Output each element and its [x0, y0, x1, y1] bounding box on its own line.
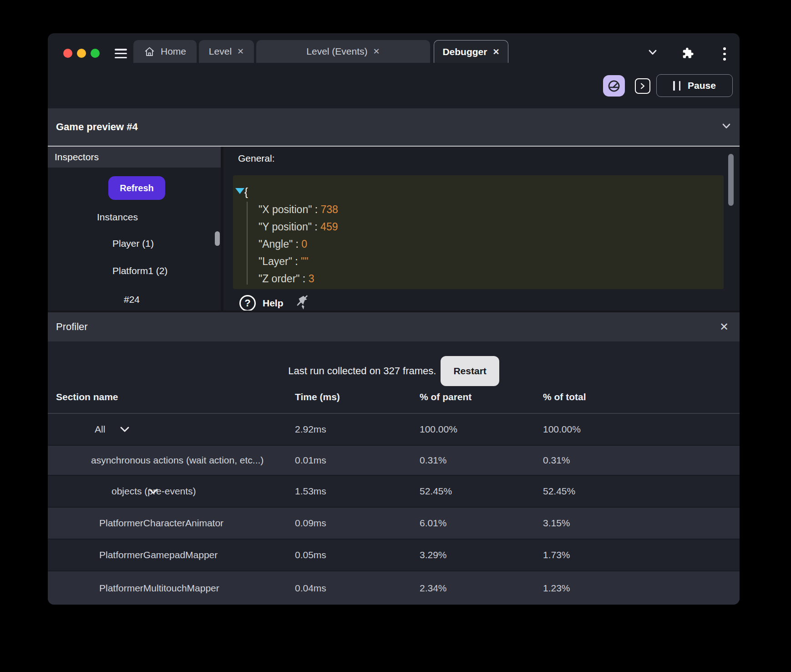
expand-chevron-icon[interactable] [85, 486, 158, 497]
profiler-table-header: Section name Time (ms) % of parent % of … [48, 387, 740, 407]
profiler-body: Last run collected on 327 frames. Restar… [48, 341, 740, 605]
row-time: 0.09ms [295, 518, 420, 529]
row-percent-parent: 0.31% [420, 455, 543, 466]
profiler-table: All2.92ms100.00%100.00%asynchronous acti… [48, 414, 740, 605]
game-preview-header[interactable]: Game preview #4 [48, 108, 740, 147]
tab-debugger[interactable]: Debugger✕ [434, 40, 508, 63]
profiler-header: Profiler ✕ [48, 312, 740, 341]
row-percent-total: 3.15% [543, 518, 740, 529]
profiler-row-objects-pre-events-[interactable]: objects (pre-events)1.53ms52.45%52.45% [48, 475, 740, 507]
profiler-row-platformergamepadmapper[interactable]: PlatformerGamepadMapper0.05ms3.29%1.73% [48, 539, 740, 570]
profiler-row-asynchronous-actions-wait-action-etc-[interactable]: asynchronous actions (wait action, etc..… [48, 445, 740, 475]
row-time: 1.53ms [295, 486, 420, 497]
console-button[interactable] [635, 78, 650, 94]
help-question-icon[interactable]: ? [239, 295, 256, 311]
profiler-close-icon[interactable]: ✕ [720, 321, 729, 333]
home-icon [144, 46, 155, 57]
chevron-down-icon[interactable] [647, 47, 659, 60]
tree-item--24[interactable]: #24 [124, 292, 140, 307]
row-time: 0.04ms [295, 583, 420, 594]
hamburger-menu-icon[interactable] [115, 49, 127, 58]
row-percent-total: 100.00% [543, 424, 740, 435]
pause-label: Pause [688, 80, 716, 91]
row-percent-total: 1.73% [543, 550, 740, 560]
tab-label: Level (Events) [306, 46, 367, 57]
tab-close-icon[interactable]: ✕ [492, 47, 499, 57]
row-section-name: PlatformerMultitouchMapper [48, 583, 219, 594]
general-title: General: [238, 153, 275, 164]
row-section-name: PlatformerCharacterAnimator [48, 518, 223, 529]
help-label[interactable]: Help [263, 298, 284, 309]
row-time: 0.05ms [295, 550, 420, 560]
tree-item-player-1-[interactable]: Player (1) [112, 236, 154, 251]
tab-close-icon[interactable]: ✕ [373, 46, 380, 56]
json-open-brace: { [233, 183, 724, 201]
tab-home[interactable]: Home [133, 40, 197, 63]
extensions-puzzle-icon[interactable] [681, 47, 694, 61]
close-window-button[interactable] [63, 49, 72, 58]
row-time: 0.01ms [295, 455, 420, 466]
json-inspector: {"X position" : 738"Y position" : 459"An… [233, 175, 724, 289]
profiler-toggle-button[interactable] [603, 75, 625, 97]
profiler-title: Profiler [56, 321, 88, 333]
panel-divider [221, 147, 223, 312]
general-scrollbar-thumb[interactable] [728, 154, 734, 206]
inspectors-title: Inspectors [55, 152, 99, 163]
column-section-name: Section name [48, 392, 295, 402]
traffic-lights [63, 49, 100, 58]
inspectors-header: Inspectors [48, 147, 221, 168]
column-percent-parent: % of parent [420, 392, 543, 402]
tab-close-icon[interactable]: ✕ [237, 46, 244, 56]
expand-chevron-icon[interactable] [73, 424, 130, 435]
inspectors-scrollbar-thumb[interactable] [215, 231, 220, 246]
row-percent-parent: 100.00% [420, 424, 543, 435]
row-percent-parent: 6.01% [420, 518, 543, 529]
json-line-z-order[interactable]: "Z order" : 3 [233, 270, 724, 287]
tab-label: Home [161, 46, 186, 57]
profiler-summary-text: Last run collected on 327 frames. [288, 365, 436, 377]
tab-label: Level [209, 46, 232, 57]
tree-item-platform1-2-[interactable]: Platform1 (2) [112, 264, 167, 278]
json-line-y-position[interactable]: "Y position" : 459 [233, 218, 724, 235]
tab-label: Debugger [442, 46, 487, 57]
pause-button[interactable]: Pause [656, 74, 733, 97]
minimize-window-button[interactable] [77, 49, 86, 58]
app-window: HomeLevel✕Level (Events)✕Debugger✕ Pause… [48, 33, 740, 605]
help-row: ? Help [239, 294, 309, 313]
kebab-menu-icon[interactable] [723, 47, 726, 61]
pin-off-icon[interactable] [296, 295, 309, 312]
zoom-window-button[interactable] [91, 49, 100, 58]
collapse-chevron-icon[interactable] [720, 121, 732, 133]
row-percent-total: 1.23% [543, 583, 740, 594]
row-percent-parent: 52.45% [420, 486, 543, 497]
row-percent-parent: 3.29% [420, 550, 543, 560]
tab-level-events-[interactable]: Level (Events)✕ [256, 40, 430, 63]
row-section-name: asynchronous actions (wait action, etc..… [48, 455, 264, 466]
pause-icon [673, 81, 680, 91]
tree-item-instances[interactable]: Instances [97, 210, 138, 224]
json-line-layer[interactable]: "Layer" : "" [233, 253, 724, 270]
row-percent-total: 0.31% [543, 455, 740, 466]
restart-button[interactable]: Restart [441, 356, 499, 386]
json-line-x-position[interactable]: "X position" : 738 [233, 201, 724, 218]
column-time: Time (ms) [295, 392, 420, 402]
json-line-angle[interactable]: "Angle" : 0 [233, 235, 724, 253]
tab-level[interactable]: Level✕ [199, 40, 254, 63]
profiler-row-platformermultitouchmapper[interactable]: PlatformerMultitouchMapper0.04ms2.34%1.2… [48, 570, 740, 605]
row-time: 2.92ms [295, 424, 420, 435]
row-percent-parent: 2.34% [420, 583, 543, 594]
chevron-right-icon [639, 82, 647, 90]
profiler-row-platformercharacteranimator[interactable]: PlatformerCharacterAnimator0.09ms6.01%3.… [48, 507, 740, 539]
column-percent-total: % of total [543, 392, 740, 402]
gauge-icon [607, 79, 621, 93]
refresh-button[interactable]: Refresh [108, 176, 165, 200]
profiler-row-all[interactable]: All2.92ms100.00%100.00% [48, 414, 740, 445]
row-percent-total: 52.45% [543, 486, 740, 497]
game-preview-title: Game preview #4 [56, 121, 138, 133]
row-section-name: PlatformerGamepadMapper [48, 550, 218, 560]
